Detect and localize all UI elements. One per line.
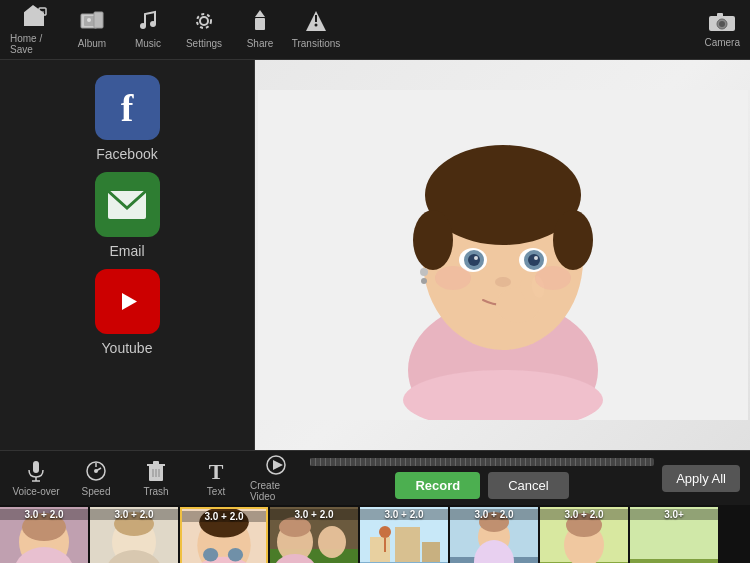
facebook-label: Facebook [96, 146, 157, 162]
toolbar-item-home-save[interactable]: Home / Save [10, 5, 62, 55]
svg-point-10 [200, 17, 208, 25]
camera-icon [708, 11, 736, 37]
control-label-speed: Speed [82, 486, 111, 497]
record-button[interactable]: Record [395, 472, 480, 499]
main-content: f Facebook Email Youtube [0, 60, 750, 450]
svg-point-82 [318, 526, 346, 558]
control-label-trash: Trash [143, 486, 168, 497]
home-save-icon [24, 5, 48, 31]
film-item-3[interactable]: 3.0 + 2.0 🔒 [180, 507, 268, 563]
preview-image [255, 60, 750, 450]
create-video-icon [265, 454, 287, 479]
svg-point-8 [140, 23, 146, 29]
social-item-youtube[interactable]: Youtube [95, 269, 160, 356]
share-icon [249, 10, 271, 36]
toolbar-label-music: Music [135, 38, 161, 49]
social-item-email[interactable]: Email [95, 172, 160, 259]
svg-rect-87 [395, 527, 420, 562]
toolbar-label-settings: Settings [186, 38, 222, 49]
control-label-create-video: Create Video [250, 480, 302, 502]
film-item-5[interactable]: 3.0 + 2.0 A [360, 507, 448, 563]
control-item-voice-over[interactable]: Voice-over [10, 460, 62, 497]
svg-point-36 [528, 254, 540, 266]
control-item-speed[interactable]: Speed [70, 460, 122, 497]
svg-marker-13 [255, 10, 265, 17]
film-label-7: 3.0 + 2.0 [540, 509, 628, 520]
svg-rect-88 [422, 542, 440, 562]
svg-point-89 [379, 526, 391, 538]
film-item-7[interactable]: 3.0 + 2.0 A [540, 507, 628, 563]
control-item-text[interactable]: T Text [190, 459, 242, 497]
settings-icon [193, 10, 215, 36]
svg-point-43 [435, 266, 471, 290]
camera-label: Camera [704, 37, 740, 48]
email-label: Email [109, 243, 144, 259]
svg-point-35 [468, 254, 480, 266]
control-label-text: Text [207, 486, 225, 497]
toolbar-item-music[interactable]: Music [122, 10, 174, 49]
film-label-4: 3.0 + 2.0 [270, 509, 358, 520]
top-toolbar: Home / Save Album Music [0, 0, 750, 60]
email-icon [95, 172, 160, 237]
youtube-label: Youtube [102, 340, 153, 356]
svg-rect-103 [630, 559, 718, 563]
apply-all-button[interactable]: Apply All [662, 465, 740, 492]
svg-rect-20 [717, 13, 723, 17]
toolbar-item-share[interactable]: Share [234, 10, 286, 49]
svg-rect-86 [370, 537, 390, 562]
toolbar-right: Camera [704, 11, 740, 48]
speed-icon [85, 460, 107, 485]
film-item-8[interactable]: 3.0+ A [630, 507, 718, 563]
svg-point-7 [87, 18, 91, 22]
film-label-6: 3.0 + 2.0 [450, 509, 538, 520]
svg-point-80 [279, 517, 311, 537]
svg-point-19 [719, 21, 725, 27]
filmstrip: 3.0 + 2.0 ♪ 3.0 + 2.0 - 3.0 + 2. [0, 505, 750, 563]
film-label-8: 3.0+ [630, 509, 718, 520]
svg-rect-6 [94, 12, 103, 28]
svg-point-30 [553, 210, 593, 270]
film-item-4[interactable]: 3.0 + 2.0 A [270, 507, 358, 563]
svg-point-76 [228, 548, 243, 561]
camera-button[interactable]: Camera [704, 11, 740, 48]
film-label-2: 3.0 + 2.0 [90, 509, 178, 520]
svg-rect-48 [33, 461, 39, 473]
trash-icon [146, 460, 166, 485]
bottom-controls: Voice-over Speed Trash T [0, 450, 750, 505]
text-icon: T [209, 459, 224, 485]
svg-point-29 [413, 210, 453, 270]
svg-point-46 [420, 268, 428, 276]
control-item-trash[interactable]: Trash [130, 460, 182, 497]
baby-photo-svg [258, 90, 748, 420]
svg-point-39 [495, 277, 511, 287]
toolbar-left: Home / Save Album Music [10, 5, 342, 55]
toolbar-label-home-save: Home / Save [10, 33, 62, 55]
voice-over-icon [26, 460, 46, 485]
svg-point-16 [315, 24, 318, 27]
transitions-icon [305, 10, 327, 36]
record-area: Record Cancel [310, 458, 654, 499]
toolbar-label-album: Album [78, 38, 106, 49]
timeline-ticks [310, 458, 654, 466]
social-panel: f Facebook Email Youtube [0, 60, 255, 450]
youtube-icon [95, 269, 160, 334]
svg-point-47 [421, 278, 427, 284]
album-icon [80, 10, 104, 36]
control-item-create-video[interactable]: Create Video [250, 454, 302, 502]
music-icon [137, 10, 159, 36]
toolbar-item-settings[interactable]: Settings [178, 10, 230, 49]
social-item-facebook[interactable]: f Facebook [95, 75, 160, 162]
film-item-2[interactable]: 3.0 + 2.0 - [90, 507, 178, 563]
svg-point-75 [203, 548, 218, 561]
film-label-3: 3.0 + 2.0 [182, 511, 266, 522]
film-item-1[interactable]: 3.0 + 2.0 ♪ [0, 507, 88, 563]
film-label-1: 3.0 + 2.0 [0, 509, 88, 520]
toolbar-item-transitions[interactable]: Transitions [290, 10, 342, 49]
preview-panel [255, 60, 750, 450]
toolbar-item-album[interactable]: Album [66, 10, 118, 49]
svg-rect-57 [153, 461, 159, 465]
timeline-bar [310, 458, 654, 466]
svg-point-9 [150, 21, 156, 27]
film-item-6[interactable]: 3.0 + 2.0 A [450, 507, 538, 563]
cancel-button[interactable]: Cancel [488, 472, 568, 499]
